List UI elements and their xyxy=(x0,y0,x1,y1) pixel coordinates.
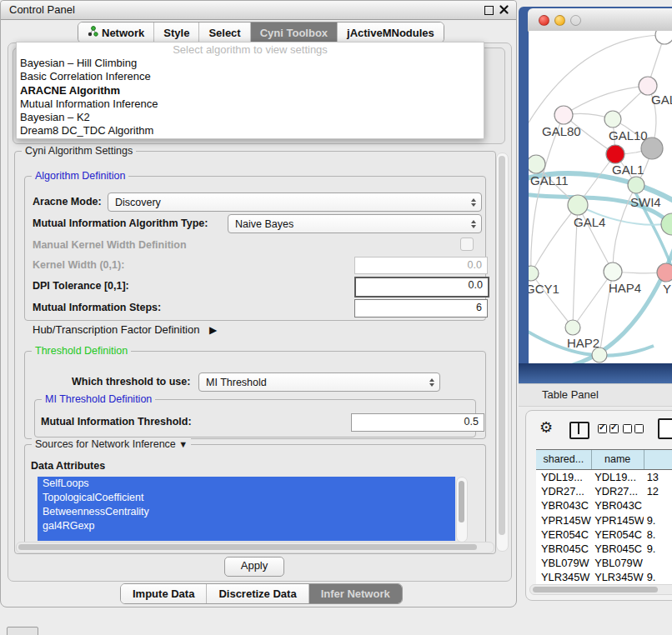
network-node[interactable] xyxy=(628,177,644,193)
network-window-titlebar[interactable] xyxy=(528,8,672,32)
kernel-width-input[interactable]: 0.0 xyxy=(354,257,488,274)
scrollbar-thumb[interactable] xyxy=(499,156,505,535)
network-window-frame xyxy=(519,363,672,386)
tab-label: Network xyxy=(102,27,144,39)
dpi-tolerance-input[interactable]: 0.0 xyxy=(354,277,489,298)
network-node[interactable] xyxy=(529,266,539,281)
mi-steps-input[interactable]: 6 xyxy=(354,299,488,318)
dropdown-item-selected[interactable]: ARACNE Algorithm xyxy=(17,84,484,98)
network-edge[interactable] xyxy=(531,205,578,273)
table-panel-titlebar[interactable]: Table Panel xyxy=(519,383,672,407)
tab-select[interactable]: Select xyxy=(198,22,249,42)
dropdown-item[interactable]: Dream8 DC_TDC Algorithm xyxy=(17,124,484,138)
network-canvas[interactable]: GALGAL80GAL10GAL1GAL11SWI4GAL4GCY1HAP4YH… xyxy=(529,31,672,363)
column-header[interactable] xyxy=(644,450,672,469)
network-node-label: HAP4 xyxy=(609,281,641,295)
column-header[interactable]: name xyxy=(592,450,644,469)
hub-definition-expander[interactable]: Hub/Transcription Factor Definition ▶ xyxy=(33,323,217,336)
network-node[interactable] xyxy=(529,155,545,173)
network-node[interactable] xyxy=(592,348,607,362)
which-threshold-select[interactable]: MI Threshold xyxy=(198,372,440,392)
tab-infer-network[interactable]: Infer Network xyxy=(308,584,402,603)
aracne-mode-select[interactable]: Discovery xyxy=(108,192,482,212)
stepper-arrows-icon xyxy=(466,220,481,228)
table-cell: 8. xyxy=(644,528,672,542)
network-node[interactable] xyxy=(641,138,663,159)
collapse-arrow-icon: ▼ xyxy=(178,439,188,449)
table-row[interactable]: YBL079WYBL079W xyxy=(536,556,672,570)
list-item[interactable]: BetweennessCentrality xyxy=(38,505,455,519)
network-node[interactable] xyxy=(568,195,588,215)
network-node[interactable] xyxy=(604,262,622,281)
scrollbar-thumb[interactable] xyxy=(18,544,477,550)
list-item-clipped[interactable] xyxy=(38,533,455,541)
close-icon[interactable] xyxy=(499,5,509,14)
sources-expander[interactable]: Sources for Network Inference ▼ xyxy=(32,438,191,450)
table-row[interactable]: YPR145WYPR145W9. xyxy=(536,513,672,528)
select-all-icon[interactable]: ✓✓ xyxy=(598,424,619,436)
manual-kernel-label: Manual Kernel Width Definition xyxy=(33,239,187,251)
document-icon[interactable] xyxy=(658,418,672,439)
dropdown-item[interactable]: Bayesian – Hill Climbing xyxy=(17,57,484,70)
table-row[interactable]: YLR345WYLR345W9. xyxy=(536,570,672,584)
tab-label: Infer Network xyxy=(321,588,390,600)
table-cell: YER054C xyxy=(536,528,593,542)
dropdown-item[interactable]: Mutual Information Inference xyxy=(17,98,484,111)
select-value: MI Threshold xyxy=(199,377,424,388)
cyni-bottom-tabs: Impute Data Discretize Data Infer Networ… xyxy=(120,583,403,604)
tab-label: jActiveMNodules xyxy=(347,27,434,39)
settings-vertical-scrollbar[interactable] xyxy=(496,152,509,552)
minimize-button[interactable] xyxy=(554,15,565,26)
table-horizontal-scrollbar[interactable] xyxy=(529,584,672,595)
table-row[interactable]: YDR27...YDR27...12 xyxy=(536,484,672,498)
apply-button[interactable]: Apply xyxy=(224,557,284,577)
zoom-button[interactable] xyxy=(570,15,581,26)
settings-horizontal-scrollbar[interactable] xyxy=(16,542,494,553)
table-row[interactable]: YBR045CYBR045C9. xyxy=(536,542,672,556)
tab-cyni-toolbox[interactable]: Cyni Toolbox xyxy=(250,22,337,42)
table-cell: YPR145W xyxy=(593,513,644,528)
network-node[interactable] xyxy=(655,31,672,44)
network-node[interactable] xyxy=(606,145,624,163)
mi-threshold-label: Mutual Information Threshold: xyxy=(41,416,192,428)
network-node-label: SWI4 xyxy=(630,195,661,209)
list-item[interactable]: gal4RGexp xyxy=(38,519,455,533)
network-node[interactable] xyxy=(565,320,580,335)
collapsed-panel-button[interactable] xyxy=(7,627,38,635)
column-header[interactable]: shared... xyxy=(536,450,592,469)
dropdown-item[interactable]: Bayesian – K2 xyxy=(17,111,484,124)
network-node[interactable] xyxy=(554,106,573,124)
table-cell: YBR043C xyxy=(593,498,644,512)
tab-impute-data[interactable]: Impute Data xyxy=(121,584,206,603)
scrollbar-thumb[interactable] xyxy=(533,587,658,592)
manual-kernel-checkbox[interactable] xyxy=(460,238,474,251)
table-cell: YLR345W xyxy=(536,570,593,584)
table-row[interactable]: YER054CYER054C8. xyxy=(536,528,672,542)
network-node-label: GAL xyxy=(651,92,672,107)
scrollbar-thumb[interactable] xyxy=(459,481,464,522)
list-scrollbar[interactable] xyxy=(456,477,468,542)
table-row[interactable]: YDL19...YDL19...13 xyxy=(536,470,672,484)
tab-discretize-data[interactable]: Discretize Data xyxy=(206,584,308,603)
list-item[interactable]: TopologicalCoefficient xyxy=(38,491,455,505)
mi-type-select[interactable]: Naive Bayes xyxy=(228,214,482,233)
float-window-icon[interactable] xyxy=(484,6,494,15)
table-header-row: shared... name xyxy=(536,449,672,470)
table-cell: 9. xyxy=(644,542,672,556)
control-panel-titlebar[interactable]: Control Panel xyxy=(1,1,516,20)
table-row[interactable]: YBR043CYBR043C xyxy=(536,498,672,512)
settings-gear-icon[interactable]: ⚙ xyxy=(539,418,553,436)
network-node[interactable] xyxy=(657,263,672,282)
close-button[interactable] xyxy=(539,15,549,26)
network-edge[interactable] xyxy=(573,272,613,328)
tab-jactivemnodules[interactable]: jActiveMNodules xyxy=(337,22,444,42)
tab-style[interactable]: Style xyxy=(153,22,198,42)
split-columns-icon[interactable] xyxy=(569,422,589,439)
list-item[interactable]: SelfLoops xyxy=(38,477,455,491)
mi-threshold-input[interactable]: 0.5 xyxy=(351,413,484,432)
network-edge[interactable] xyxy=(564,86,648,115)
dropdown-item[interactable]: Basic Correlation Inference xyxy=(17,70,484,83)
tab-network[interactable]: Network xyxy=(78,22,153,42)
deselect-all-icon[interactable] xyxy=(623,424,644,436)
network-node[interactable] xyxy=(604,111,621,128)
